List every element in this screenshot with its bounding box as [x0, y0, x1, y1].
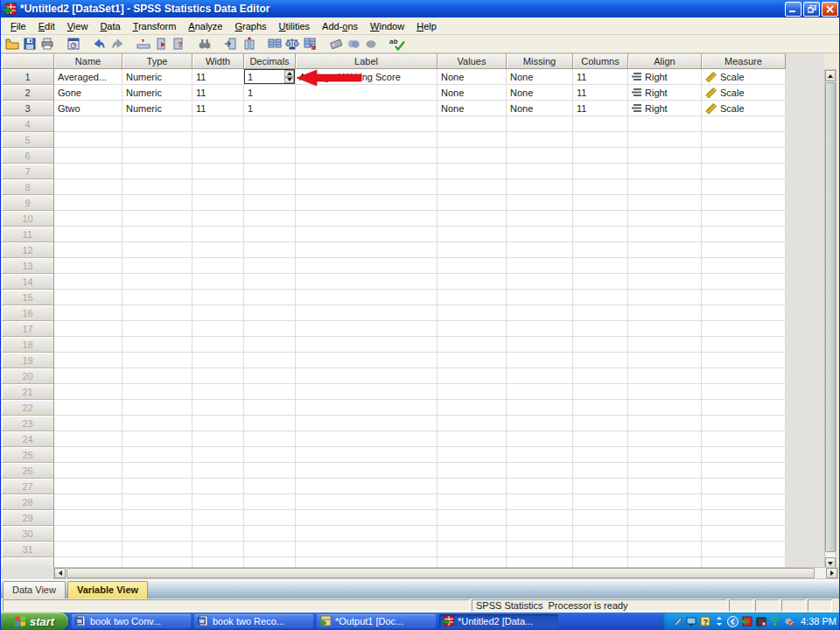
grid-cell-empty[interactable]	[573, 526, 628, 542]
row-header-20[interactable]: 20	[2, 368, 54, 384]
grid-cell-empty[interactable]	[628, 305, 702, 321]
grid-cell-empty[interactable]	[507, 195, 573, 211]
menu-data[interactable]: Data	[94, 19, 126, 33]
grid-cell-empty[interactable]	[628, 447, 702, 463]
grid-cell-empty[interactable]	[702, 164, 786, 179]
tab-variable-view[interactable]: Variable View	[67, 581, 148, 598]
grid-cell-empty[interactable]	[438, 242, 507, 258]
grid-cell-empty[interactable]	[54, 305, 122, 321]
grid-cell-empty[interactable]	[702, 290, 786, 305]
grid-cell-empty[interactable]	[192, 211, 244, 227]
grid-cell-empty[interactable]	[192, 510, 244, 526]
grid-cell-empty[interactable]	[573, 368, 628, 384]
spell-check-icon[interactable]: ab	[389, 36, 405, 52]
grid-cell-empty[interactable]	[244, 353, 296, 368]
grid-cell-empty[interactable]	[192, 116, 244, 132]
grid-cell-empty[interactable]	[296, 463, 438, 479]
grid-cell-empty[interactable]	[244, 416, 296, 431]
grid-cell-empty[interactable]	[628, 510, 702, 526]
grid-cell-empty[interactable]	[702, 321, 786, 337]
menu-window[interactable]: Window	[364, 19, 410, 33]
grid-cell-empty[interactable]	[192, 431, 244, 447]
grid-cell-empty[interactable]	[122, 321, 192, 337]
column-header-label[interactable]: Label	[296, 53, 438, 69]
grid-cell-empty[interactable]	[192, 132, 244, 148]
grid-cell-empty[interactable]	[244, 195, 296, 211]
grid-cell-empty[interactable]	[438, 384, 507, 400]
grid-cell-measure-row1[interactable]: Scale	[702, 69, 786, 85]
undo-icon[interactable]	[92, 36, 108, 52]
column-header-name[interactable]: Name	[54, 53, 122, 69]
grid-cell-empty[interactable]	[573, 148, 628, 164]
grid-cell-empty[interactable]	[296, 526, 438, 542]
grid-cell-columns-row3[interactable]: 11	[573, 101, 628, 116]
grid-cell-empty[interactable]	[192, 290, 244, 305]
pen-icon[interactable]	[671, 616, 682, 627]
value-labels-icon[interactable]	[328, 36, 344, 52]
grid-cell-empty[interactable]	[244, 447, 296, 463]
grid-cell-empty[interactable]	[702, 368, 786, 384]
grid-cell-empty[interactable]	[507, 258, 573, 274]
open-file-icon[interactable]	[4, 36, 20, 52]
grid-cell-empty[interactable]	[54, 542, 122, 557]
grid-cell-empty[interactable]	[507, 494, 573, 510]
grid-cell-empty[interactable]	[628, 416, 702, 431]
grid-cell-empty[interactable]	[702, 526, 786, 542]
row-header-6[interactable]: 6	[2, 148, 54, 164]
row-header-16[interactable]: 16	[2, 305, 54, 321]
restore-button[interactable]	[803, 2, 820, 17]
grid-cell-empty[interactable]	[628, 463, 702, 479]
grid-cell-empty[interactable]	[122, 132, 192, 148]
grid-cell-empty[interactable]	[702, 416, 786, 431]
grid-cell-empty[interactable]	[122, 526, 192, 542]
grid-cell-empty[interactable]	[122, 148, 192, 164]
grid-cell-empty[interactable]	[54, 179, 122, 195]
grid-cell-empty[interactable]	[507, 290, 573, 305]
wireless-icon[interactable]	[769, 616, 780, 627]
grid-cell-empty[interactable]	[507, 116, 573, 132]
grid-cell-empty[interactable]	[122, 211, 192, 227]
grid-cell-empty[interactable]	[54, 290, 122, 305]
grid-cell-empty[interactable]	[573, 353, 628, 368]
row-header-2[interactable]: 2	[2, 85, 54, 101]
grid-cell-empty[interactable]	[507, 416, 573, 431]
grid-cell-width-row3[interactable]: 11	[192, 101, 244, 116]
grid-cell-empty[interactable]	[438, 494, 507, 510]
grid-cell-empty[interactable]	[702, 447, 786, 463]
grid-cell-align-row1[interactable]: Right	[628, 69, 702, 85]
grid-cell-empty[interactable]	[122, 242, 192, 258]
decimals-editor[interactable]: 1	[244, 69, 295, 84]
grid-cell-empty[interactable]	[244, 148, 296, 164]
grid-cell-empty[interactable]	[702, 400, 786, 416]
grid-cell-empty[interactable]	[438, 368, 507, 384]
grid-cell-empty[interactable]	[244, 164, 296, 179]
grid-cell-empty[interactable]	[702, 132, 786, 148]
column-header-width[interactable]: Width	[192, 53, 244, 69]
grid-cell-empty[interactable]	[54, 164, 122, 179]
grid-cell-empty[interactable]	[438, 463, 507, 479]
grid-cell-empty[interactable]	[628, 384, 702, 400]
grid-cell-empty[interactable]	[702, 353, 786, 368]
row-header-25[interactable]: 25	[2, 447, 54, 463]
grid-cell-empty[interactable]	[192, 337, 244, 353]
row-header-32[interactable]	[2, 557, 54, 567]
grid-cell-empty[interactable]	[122, 164, 192, 179]
grid-cell-empty[interactable]	[438, 195, 507, 211]
grid-cell-empty[interactable]	[507, 526, 573, 542]
grid-cell-empty[interactable]	[244, 290, 296, 305]
grid-cell-empty[interactable]	[573, 321, 628, 337]
split-file-icon[interactable]	[267, 36, 283, 52]
grid-cell-empty[interactable]	[573, 337, 628, 353]
grid-cell-name-row2[interactable]: Gone	[54, 85, 122, 101]
grid-cell-empty[interactable]	[702, 305, 786, 321]
grid-cell-empty[interactable]	[507, 431, 573, 447]
row-header-27[interactable]: 27	[2, 479, 54, 494]
grid-cell-empty[interactable]	[244, 242, 296, 258]
grid-cell-empty[interactable]	[438, 227, 507, 242]
grid-cell-missing-row1[interactable]: None	[507, 69, 573, 85]
grid-cell-empty[interactable]	[192, 400, 244, 416]
row-header-30[interactable]: 30	[2, 526, 54, 542]
tab-data-view[interactable]: Data View	[3, 581, 66, 598]
row-header-22[interactable]: 22	[2, 400, 54, 416]
grid-cell-empty[interactable]	[296, 242, 438, 258]
